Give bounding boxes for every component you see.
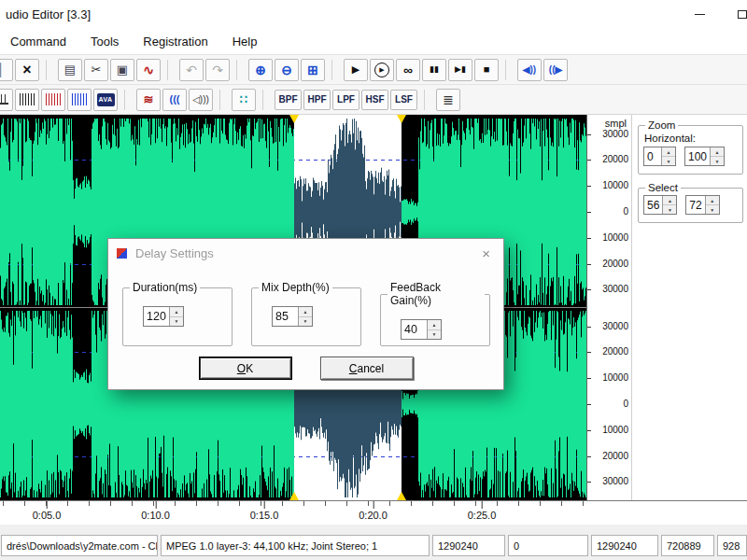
menu-registration[interactable]: Registration bbox=[134, 31, 216, 52]
waveform-red-icon[interactable] bbox=[41, 89, 65, 111]
feedback-gain-input-down-icon[interactable]: ▼ bbox=[428, 330, 441, 340]
stop-icon-glyph: ■ bbox=[484, 64, 490, 75]
sound-waves-icon-glyph: ((( bbox=[170, 94, 180, 105]
duration-input-spinner: ▲▼ bbox=[169, 307, 183, 326]
timeline-label: 0:20.0 bbox=[359, 510, 388, 521]
speaker-waves-icon[interactable]: ◁))) bbox=[189, 89, 213, 111]
amplitude-label: 20000 bbox=[587, 451, 628, 461]
filter-lpf-button[interactable]: LPF bbox=[332, 90, 359, 110]
select-end-down-icon[interactable]: ▼ bbox=[706, 205, 719, 214]
duration-input-down-icon[interactable]: ▼ bbox=[170, 317, 183, 327]
zoom-horizontal-end[interactable]: 100▲▼ bbox=[684, 147, 725, 166]
undo-icon[interactable]: ↶ bbox=[179, 59, 204, 81]
select-end[interactable]: 72▲▼ bbox=[685, 195, 719, 215]
redo-icon-glyph: ↷ bbox=[212, 63, 223, 77]
amplitude-label: 30000 bbox=[587, 284, 628, 294]
sparkle-icon[interactable]: ∷ bbox=[232, 89, 256, 111]
filter-hpf-button[interactable]: HPF bbox=[303, 90, 331, 110]
mix-depth-group: Mix Depth(%) 85▲▼ bbox=[251, 281, 361, 346]
play-circle-icon-glyph: ▶ bbox=[374, 63, 389, 77]
menu-help[interactable]: Help bbox=[224, 31, 266, 52]
cut-icon-glyph: ✂ bbox=[92, 63, 102, 76]
toolbar-separator bbox=[424, 90, 431, 110]
paste-icon[interactable]: ▣ bbox=[110, 59, 134, 81]
zoom-in-icon[interactable]: ⊕ bbox=[248, 59, 273, 81]
select-end-spinner: ▲▼ bbox=[705, 196, 719, 214]
zoom-horizontal-start-value: 0 bbox=[644, 147, 661, 165]
select-start-down-icon[interactable]: ▼ bbox=[663, 205, 676, 214]
waveform-blue-icon[interactable] bbox=[67, 89, 92, 111]
select-start-value: 56 bbox=[644, 196, 662, 214]
play-circle-icon[interactable]: ▶ bbox=[370, 59, 394, 81]
forward-speaker-icon[interactable]: ((▶ bbox=[543, 59, 568, 81]
waveform-black-icon[interactable] bbox=[15, 89, 39, 111]
maximize-icon bbox=[738, 10, 747, 19]
zoom-horizontal-end-down-icon[interactable]: ▼ bbox=[711, 157, 724, 165]
amplitude-label: 0 bbox=[587, 206, 628, 217]
window-controls bbox=[678, 0, 747, 28]
redo-icon[interactable]: ↷ bbox=[205, 59, 230, 81]
zoom-horizontal-start-up-icon[interactable]: ▲ bbox=[662, 147, 675, 157]
filter-hsf-button-glyph: HSF bbox=[366, 95, 385, 105]
mix-depth-input-down-icon[interactable]: ▼ bbox=[299, 317, 312, 327]
filter-bpf-button[interactable]: BPF bbox=[275, 90, 302, 110]
zoom-horizontal-start-down-icon[interactable]: ▼ bbox=[662, 157, 675, 165]
titlebar[interactable]: udio Editor [3.3] bbox=[0, 0, 747, 28]
rewind-speaker-icon[interactable]: ◀)) bbox=[517, 59, 542, 81]
filter-toolbar: AVA≋(((◁)))∷BPFHPFLPFHSFLSF≣ bbox=[0, 84, 747, 115]
mix-depth-input[interactable]: 85▲▼ bbox=[272, 306, 313, 327]
play-icon[interactable]: ▶ bbox=[344, 59, 368, 81]
amplitude-label: 0 bbox=[587, 399, 628, 409]
right-panel: Zoom Horizontal: 0▲▼ 100▲▼ Select 56▲▼ 7… bbox=[631, 115, 747, 500]
loop-icon[interactable]: ∞ bbox=[396, 59, 420, 81]
stop-icon[interactable]: ■ bbox=[474, 59, 499, 81]
equalizer-icon-glyph: ≣ bbox=[443, 93, 454, 106]
dialog-titlebar[interactable]: Delay Settings × bbox=[108, 239, 503, 267]
partial-ruler-icon[interactable] bbox=[0, 89, 13, 111]
duration-group: Duration(ms) 120▲▼ bbox=[122, 281, 233, 346]
zoom-horizontal-end-value: 100 bbox=[685, 147, 710, 165]
noise-icon[interactable]: ≋ bbox=[136, 89, 161, 111]
menu-tools[interactable]: Tools bbox=[82, 31, 127, 52]
play-to-end-icon[interactable]: ▶▮ bbox=[448, 59, 472, 81]
filter-hsf-button[interactable]: HSF bbox=[361, 90, 388, 110]
zoom-horizontal-end-up-icon[interactable]: ▲ bbox=[711, 147, 724, 157]
ava-icon[interactable]: AVA bbox=[93, 89, 118, 111]
status-segment: MPEG 1.0 layer-3: 44,100 kHz; Joint Ster… bbox=[161, 535, 430, 556]
pause-icon[interactable]: ▮▮ bbox=[422, 59, 446, 81]
cut-icon[interactable]: ✂ bbox=[84, 59, 108, 81]
timeline-label: 0:10.0 bbox=[141, 510, 170, 521]
toolbar-separator bbox=[124, 90, 132, 110]
spectrum-icon[interactable]: ∿ bbox=[136, 59, 161, 81]
zoom-horizontal-start-spinner: ▲▼ bbox=[661, 147, 675, 165]
mix-depth-input-value: 85 bbox=[273, 307, 298, 326]
feedback-gain-input[interactable]: 40▲▼ bbox=[401, 319, 442, 340]
select-start[interactable]: 56▲▼ bbox=[643, 195, 677, 215]
duration-input[interactable]: 120▲▼ bbox=[143, 306, 184, 327]
mix-depth-input-up-icon[interactable]: ▲ bbox=[299, 307, 312, 317]
zoom-out-icon[interactable]: ⊖ bbox=[275, 59, 299, 81]
delete-icon[interactable]: × bbox=[15, 59, 39, 81]
status-segment: 0 bbox=[508, 535, 588, 556]
feedback-gain-input-up-icon[interactable]: ▲ bbox=[428, 320, 441, 330]
amplitude-scale: smpl 30000200001000001000020000300003000… bbox=[586, 115, 631, 500]
copy-icon[interactable]: ▤ bbox=[58, 59, 82, 81]
filter-lsf-button[interactable]: LSF bbox=[390, 90, 417, 110]
maximize-button[interactable] bbox=[721, 0, 747, 28]
timeline-label: 0:15.0 bbox=[250, 510, 279, 521]
menu-command[interactable]: Command bbox=[2, 31, 75, 52]
select-group-label: Select bbox=[645, 182, 681, 193]
ok-button[interactable]: OK bbox=[199, 357, 292, 380]
select-end-up-icon[interactable]: ▲ bbox=[706, 196, 719, 205]
zoom-selection-icon[interactable]: ⊞ bbox=[301, 59, 325, 81]
minimize-button[interactable] bbox=[678, 0, 721, 28]
zoom-horizontal-start[interactable]: 0▲▼ bbox=[643, 147, 676, 166]
select-start-up-icon[interactable]: ▲ bbox=[663, 196, 676, 205]
equalizer-icon[interactable]: ≣ bbox=[436, 89, 460, 111]
partial-icon[interactable]: ▌ bbox=[0, 59, 13, 81]
timeline-ruler[interactable]: 0:05.00:10.00:15.00:20.00:25.0 bbox=[0, 500, 747, 525]
sound-waves-icon[interactable]: ((( bbox=[162, 89, 187, 111]
dialog-close-icon[interactable]: × bbox=[477, 245, 495, 261]
duration-input-up-icon[interactable]: ▲ bbox=[170, 307, 183, 317]
cancel-button[interactable]: Cancel bbox=[320, 357, 414, 380]
